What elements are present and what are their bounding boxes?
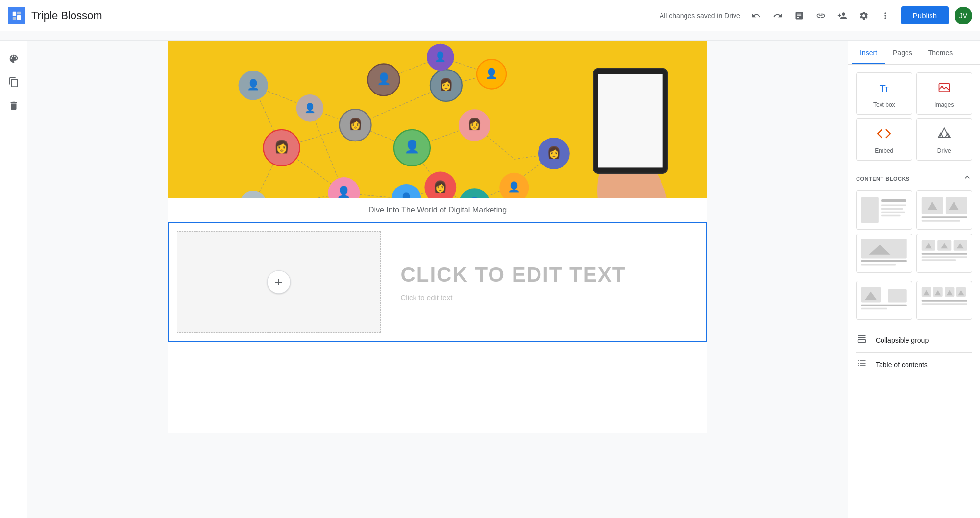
click-to-edit-subtext[interactable]: Click to edit text: [400, 293, 694, 302]
svg-text:T: T: [884, 85, 889, 93]
hero-image: 👩 👤 👩 👤: [168, 41, 707, 198]
collapse-icon[interactable]: [962, 172, 972, 185]
settings-button[interactable]: [854, 6, 874, 25]
link-button[interactable]: [811, 6, 831, 25]
svg-rect-88: [861, 264, 896, 266]
redo-button[interactable]: [768, 6, 787, 25]
tab-pages[interactable]: Pages: [885, 41, 920, 64]
svg-rect-0: [13, 11, 16, 16]
svg-rect-107: [858, 340, 866, 343]
svg-text:👩: 👩: [348, 117, 363, 131]
preview-button[interactable]: [789, 6, 809, 25]
svg-rect-98: [888, 289, 907, 302]
svg-rect-87: [861, 260, 907, 262]
sidebar-tabs: Insert Pages Themes: [848, 41, 980, 65]
image-placeholder[interactable]: [177, 231, 381, 333]
app-logo: [8, 7, 25, 24]
tab-themes[interactable]: Themes: [920, 41, 961, 64]
theme-palette-button[interactable]: [4, 49, 24, 69]
collapsible-group-item[interactable]: Collapsible group: [856, 328, 972, 352]
svg-rect-85: [921, 220, 960, 222]
add-image-button[interactable]: [267, 270, 291, 294]
selected-content-block[interactable]: CLICK TO EDIT TEXT Click to edit text: [168, 222, 707, 342]
embed-element[interactable]: Embed: [856, 118, 912, 161]
svg-text:👤: 👤: [247, 78, 260, 91]
main-area: 👩 👤 👩 👤: [0, 41, 980, 518]
svg-point-63: [240, 191, 267, 198]
svg-rect-96: [861, 305, 907, 306]
toc-label: Table of contents: [876, 361, 928, 369]
svg-text:👩: 👩: [439, 77, 453, 91]
svg-rect-3: [17, 15, 21, 20]
svg-rect-2: [17, 11, 21, 14]
drive-element[interactable]: Drive: [916, 118, 973, 161]
block-thumb-6[interactable]: [916, 281, 973, 320]
svg-text:👤: 👤: [435, 51, 446, 62]
svg-rect-76: [861, 197, 879, 223]
svg-rect-83: [945, 197, 967, 214]
hero-image-block: 👩 👤 👩 👤: [168, 41, 707, 222]
document-title[interactable]: Triple Blossom: [31, 9, 654, 22]
drive-label: Drive: [937, 147, 951, 154]
embed-icon: [877, 127, 891, 143]
block-thumb-5[interactable]: [856, 281, 912, 320]
svg-rect-92: [921, 253, 967, 255]
text-placeholder[interactable]: CLICK TO EDIT TEXT Click to edit text: [389, 223, 706, 341]
block-thumb-3[interactable]: [856, 234, 912, 273]
block-thumb-2[interactable]: [916, 190, 973, 230]
add-collaborator-button[interactable]: [833, 6, 852, 25]
svg-text:👤: 👤: [377, 72, 391, 86]
block-thumb-4[interactable]: [916, 234, 973, 273]
svg-text:👤: 👤: [485, 67, 498, 80]
ruler: [0, 31, 980, 41]
right-sidebar: Insert Pages Themes T T Text box: [848, 41, 980, 518]
duplicate-button[interactable]: [4, 72, 24, 92]
delete-section-button[interactable]: [4, 96, 24, 116]
save-status: All changes saved in Drive: [660, 12, 740, 20]
user-avatar[interactable]: JV: [955, 7, 972, 24]
collapsible-icon: [856, 334, 868, 346]
images-element[interactable]: Images: [916, 72, 973, 115]
svg-rect-79: [881, 208, 903, 210]
tab-insert[interactable]: Insert: [852, 41, 885, 64]
svg-text:👤: 👤: [404, 139, 420, 154]
svg-text:👩: 👩: [547, 145, 561, 159]
page-content: 👩 👤 👩 👤: [168, 41, 707, 433]
svg-rect-104: [921, 303, 967, 305]
toc-icon: [856, 358, 868, 371]
svg-rect-77: [881, 199, 906, 202]
svg-text:👩: 👩: [274, 139, 290, 154]
svg-rect-80: [881, 212, 905, 213]
svg-rect-78: [881, 205, 906, 207]
canvas-area[interactable]: 👩 👤 👩 👤: [27, 41, 848, 518]
content-blocks-header: CONTENT BLOCKS: [856, 172, 972, 185]
svg-text:👩: 👩: [433, 180, 447, 193]
embed-label: Embed: [875, 147, 893, 154]
content-block-grid-2: [856, 281, 972, 320]
content-block-inner: CLICK TO EDIT TEXT Click to edit text: [169, 223, 706, 341]
svg-text:👩: 👩: [467, 117, 482, 131]
svg-text:👤: 👤: [467, 196, 482, 198]
svg-rect-1: [13, 17, 16, 20]
more-button[interactable]: [876, 6, 895, 25]
svg-text:👤: 👤: [508, 181, 521, 193]
images-icon: [937, 81, 951, 97]
block-thumb-1[interactable]: [856, 190, 912, 230]
text-box-icon: T T: [877, 81, 891, 97]
toc-item[interactable]: Table of contents: [856, 352, 972, 377]
svg-rect-84: [921, 216, 967, 218]
insert-panel: T T Text box Images: [848, 65, 980, 384]
svg-rect-71: [598, 74, 663, 167]
text-box-element[interactable]: T T Text box: [856, 72, 912, 115]
svg-rect-93: [921, 256, 967, 258]
hero-caption: Dive Into The World of Digital Marketing: [168, 198, 707, 222]
publish-button[interactable]: Publish: [901, 6, 949, 24]
content-block-grid: [856, 190, 972, 273]
svg-point-75: [941, 86, 943, 88]
left-sidebar: [0, 41, 27, 518]
click-to-edit-heading[interactable]: CLICK TO EDIT TEXT: [400, 262, 694, 287]
text-box-label: Text box: [873, 101, 895, 108]
images-label: Images: [934, 101, 954, 108]
undo-button[interactable]: [746, 6, 766, 25]
svg-rect-97: [861, 308, 887, 310]
